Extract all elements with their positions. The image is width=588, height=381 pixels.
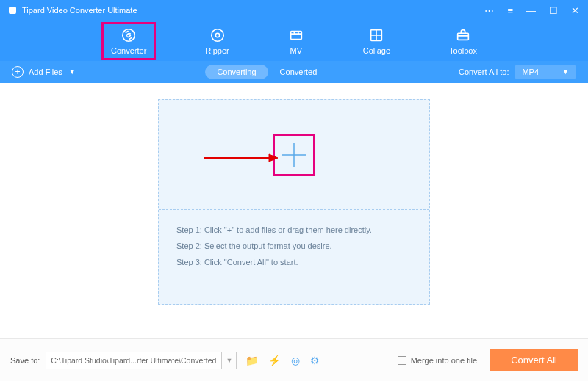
menu-icon[interactable]: ≡ — [507, 5, 513, 16]
hw-accel-icon[interactable]: ⚡ — [268, 355, 281, 366]
seg-converting[interactable]: Converting — [205, 65, 268, 79]
step-text: Step 3: Click "Convert All" to start. — [176, 254, 412, 270]
format-value: MP4 — [522, 68, 539, 76]
app-logo — [9, 7, 16, 14]
seg-converted[interactable]: Converted — [268, 65, 329, 79]
window-controls: ⋯ ≡ — ☐ ✕ — [484, 5, 579, 16]
svg-rect-5 — [458, 33, 469, 40]
chevron-down-icon[interactable]: ▼ — [69, 68, 76, 76]
dropzone-top[interactable] — [159, 100, 429, 210]
save-path-dropdown[interactable]: ▼ — [222, 352, 237, 369]
close-icon[interactable]: ✕ — [571, 5, 579, 16]
convert-all-to: Convert All to: MP4 ▼ — [459, 65, 576, 79]
gpu-icon[interactable]: ◎ — [291, 355, 300, 366]
format-select[interactable]: MP4 ▼ — [514, 65, 576, 79]
toolbar: + Add Files ▼ Converting Converted Conve… — [0, 61, 588, 83]
open-folder-icon[interactable]: 📁 — [245, 355, 258, 366]
maximize-icon[interactable]: ☐ — [549, 5, 558, 16]
navbar: Converter Ripper MV Collage Toolbox — [0, 21, 588, 61]
plus-icon: + — [12, 66, 24, 78]
svg-rect-3 — [290, 31, 301, 39]
nav-label: Converter — [111, 46, 146, 55]
svg-point-0 — [123, 29, 135, 41]
add-files-button[interactable]: + Add Files ▼ — [12, 66, 76, 78]
tab-collage[interactable]: Collage — [356, 24, 398, 58]
feedback-icon[interactable]: ⋯ — [484, 5, 494, 16]
nav-label: Collage — [363, 46, 390, 55]
add-files-plus[interactable] — [273, 134, 315, 176]
tab-toolbox[interactable]: Toolbox — [442, 24, 484, 58]
checkbox-icon — [398, 356, 406, 365]
chevron-down-icon: ▼ — [562, 68, 569, 76]
collage-icon — [368, 27, 384, 43]
svg-point-1 — [211, 29, 223, 41]
dropzone[interactable]: Step 1: Click "+" to add files or drag t… — [158, 99, 430, 305]
step-text: Step 2: Select the output format you des… — [176, 238, 412, 254]
nav-label: Ripper — [205, 46, 229, 55]
minimize-icon[interactable]: — — [526, 5, 536, 16]
merge-checkbox[interactable]: Merge into one file — [398, 356, 478, 365]
tab-ripper[interactable]: Ripper — [198, 24, 236, 58]
svg-marker-7 — [269, 154, 278, 162]
ripper-icon — [209, 27, 226, 43]
segment-control: Converting Converted — [205, 65, 329, 79]
settings-icon[interactable]: ⚙ — [310, 355, 320, 366]
add-files-label: Add Files — [29, 68, 62, 76]
annotation-arrow — [204, 153, 278, 166]
convert-all-to-label: Convert All to: — [459, 68, 509, 76]
nav-label: MV — [290, 46, 302, 55]
dropzone-steps: Step 1: Click "+" to add files or drag t… — [159, 210, 429, 282]
footer-icons: 📁 ⚡ ◎ ⚙ — [245, 355, 320, 366]
merge-label: Merge into one file — [411, 356, 478, 365]
tab-converter[interactable]: Converter — [104, 24, 154, 58]
svg-point-2 — [215, 33, 220, 37]
step-text: Step 1: Click "+" to add files or drag t… — [176, 222, 412, 238]
footer: Save to: C:\Tipard Studio\Tipard...rter … — [0, 338, 588, 381]
app-title: Tipard Video Converter Ultimate — [22, 6, 137, 15]
toolbox-icon — [455, 27, 471, 43]
nav-label: Toolbox — [449, 46, 477, 55]
titlebar: Tipard Video Converter Ultimate ⋯ ≡ — ☐ … — [0, 0, 588, 21]
convert-all-button[interactable]: Convert All — [490, 349, 578, 371]
save-path-input[interactable]: C:\Tipard Studio\Tipard...rter Ultimate\… — [46, 352, 222, 369]
main-area: Step 1: Click "+" to add files or drag t… — [0, 83, 588, 333]
tab-mv[interactable]: MV — [281, 24, 312, 58]
save-to-label: Save to: — [10, 356, 40, 365]
converter-icon — [121, 27, 137, 43]
mv-icon — [288, 27, 304, 43]
